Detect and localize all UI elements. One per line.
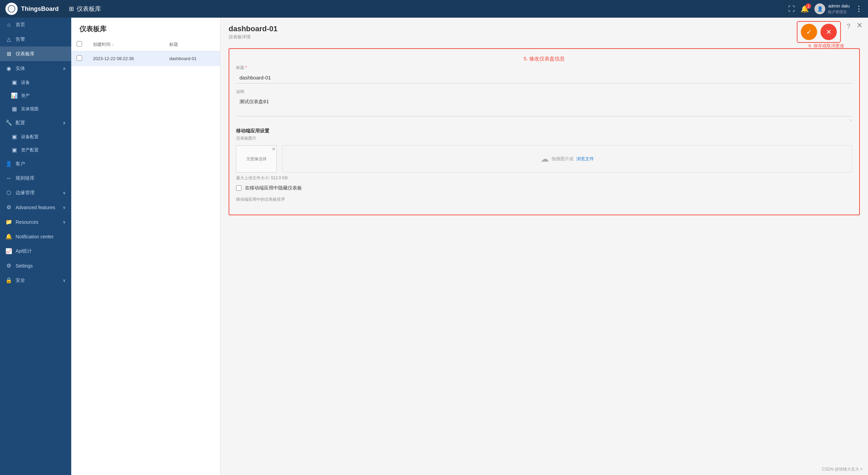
- sidebar-label-rule-chain: 规则链库: [16, 175, 35, 181]
- notification-sidebar-icon: 🔔: [5, 233, 12, 240]
- security-icon: 🔒: [5, 277, 12, 284]
- upload-icon: ☁: [541, 154, 549, 164]
- header-right: ⛶ 🔔 1 👤 admin dalu 租户管理员 ⋮: [788, 3, 863, 14]
- hide-dashboard-checkbox[interactable]: [236, 185, 242, 191]
- header-left: ThingsBoard ⊞ 仪表板库: [5, 3, 101, 15]
- user-name: admin dalu: [828, 3, 850, 9]
- cancel-button[interactable]: ✕: [821, 24, 837, 40]
- sidebar-sub-entity: ▣ 设备 📊 资产 ▦ 实体视图: [0, 76, 71, 115]
- sidebar-item-advanced[interactable]: ⚙ Advanced features ∨: [0, 200, 71, 215]
- select-all-checkbox[interactable]: [77, 41, 82, 47]
- notification-button[interactable]: 🔔 1: [801, 5, 809, 13]
- confirm-icon: ✓: [806, 28, 812, 36]
- sidebar-label-dashboard: 仪表板库: [16, 51, 35, 57]
- save-button[interactable]: ✓: [801, 24, 817, 40]
- content-area: 仪表板库 创建时间 ↓: [71, 18, 868, 475]
- avatar: 👤: [814, 3, 825, 14]
- sidebar-item-entity[interactable]: ◉ 实体 ∧: [0, 61, 71, 76]
- title-input[interactable]: [236, 72, 852, 84]
- hide-checkbox-label[interactable]: 在移动端应用中隐藏仪表板: [245, 185, 302, 191]
- desc-textarea[interactable]: 测试仪表盘01: [236, 96, 852, 116]
- sidebar-item-edge[interactable]: ⬡ 边缘管理 ∨: [0, 185, 71, 200]
- sidebar-item-device[interactable]: ▣ 设备: [5, 76, 71, 89]
- sidebar-item-customer[interactable]: 👤 客户: [0, 157, 71, 171]
- sidebar-label-asset: 资产: [21, 93, 30, 99]
- sidebar-label-customer: 客户: [16, 161, 25, 167]
- form-annotation: 5. 修改仪表盘信息: [236, 56, 852, 62]
- sidebar-label-notification: Notification center: [16, 234, 54, 239]
- header-checkbox-cell: [71, 38, 88, 51]
- help-button[interactable]: ?: [847, 22, 850, 30]
- browse-link[interactable]: 浏览文件: [576, 156, 594, 162]
- mobile-settings-section: 移动端应用设置 仪表板图片 无图像选择 ✕ ☁ 拖拽图片或 浏览文件: [236, 128, 852, 202]
- list-panel: 仪表板库 创建时间 ↓: [71, 18, 220, 475]
- sidebar-item-home[interactable]: ⌂ 首页: [0, 18, 71, 32]
- sidebar-item-device-config[interactable]: ▣ 设备配置: [5, 130, 71, 143]
- remove-image-button[interactable]: ✕: [272, 146, 276, 152]
- entity-icon: ◉: [5, 65, 12, 72]
- bottom-credit: CSDN @情绪大瓜大 ×: [822, 467, 863, 472]
- header-created-time[interactable]: 创建时间 ↓: [88, 38, 164, 51]
- upload-drop-zone[interactable]: ☁ 拖拽图片或 浏览文件: [282, 145, 852, 172]
- more-icon: ⋮: [855, 4, 863, 13]
- save-cancel-annotation: 6. 保存或取消更改: [809, 43, 844, 49]
- sidebar-label-asset-config: 资产配置: [21, 147, 39, 153]
- sidebar-item-asset[interactable]: 📊 资产: [5, 89, 71, 102]
- row-checkbox[interactable]: [77, 55, 82, 61]
- sort-label: 移动端应用中的仪表板排序: [236, 197, 852, 202]
- header-page-title: 仪表板库: [77, 5, 101, 13]
- rule-chain-icon: ↔: [5, 175, 12, 181]
- sidebar-label-security: 安全: [16, 277, 25, 284]
- user-details: admin dalu 租户管理员: [828, 3, 850, 14]
- upload-text: 拖拽图片或: [552, 156, 574, 162]
- device-icon: ▣: [11, 79, 18, 86]
- cancel-icon: ✕: [826, 28, 832, 36]
- hide-checkbox-row: 在移动端应用中隐藏仪表板: [236, 185, 852, 191]
- sidebar-label-api: Api统计: [16, 248, 32, 254]
- sidebar-item-asset-config[interactable]: ▣ 资产配置: [5, 143, 71, 157]
- fullscreen-button[interactable]: ⛶: [788, 5, 795, 13]
- table-row[interactable]: 2023-12-22 08:22:36 dashboard-01: [71, 51, 220, 66]
- sidebar-label-resources: Resources: [16, 219, 38, 225]
- table-header-row: 创建时间 ↓ 标题: [71, 38, 220, 51]
- header-title: 标题: [164, 38, 220, 51]
- avatar-icon: 👤: [817, 6, 823, 12]
- advanced-chevron: ∨: [63, 205, 66, 210]
- sidebar-item-notification[interactable]: 🔔 Notification center: [0, 229, 71, 244]
- dashboard-icon: ⊞: [5, 51, 12, 57]
- user-role: 租户管理员: [828, 10, 850, 15]
- settings-icon: ⚙: [5, 262, 12, 269]
- sidebar-item-api[interactable]: 📈 Api统计: [0, 244, 71, 258]
- sidebar-label-device: 设备: [21, 79, 30, 86]
- file-size-hint: 最大上传文件大小: 512.0 KB: [236, 175, 852, 181]
- desc-field-group: 说明 测试仪表盘01 ↘: [236, 89, 852, 123]
- sidebar-item-dashboard[interactable]: ⊞ 仪表板库: [0, 47, 71, 61]
- sidebar-item-entity-view[interactable]: ▦ 实体视图: [5, 102, 71, 115]
- sidebar-item-security[interactable]: 🔒 安全 ∨: [0, 273, 71, 288]
- created-time-label: 创建时间: [93, 42, 111, 47]
- page-title-header: ⊞ 仪表板库: [69, 5, 101, 13]
- sidebar-label-edge: 边缘管理: [16, 190, 35, 196]
- svg-point-1: [11, 8, 13, 10]
- detail-panel: dashboard-01 仪表板详情 ? ✕ ✓ ✕ 6. 保存或取消更改: [220, 18, 868, 475]
- sort-field-group: 移动端应用中的仪表板排序: [236, 197, 852, 202]
- row-title: dashboard-01: [164, 51, 220, 66]
- close-button[interactable]: ✕: [856, 21, 863, 30]
- detail-subtitle: 仪表板详情: [229, 34, 860, 40]
- sidebar-item-alarm[interactable]: △ 告警: [0, 32, 71, 47]
- sidebar-item-resources[interactable]: 📁 Resources ∨: [0, 215, 71, 229]
- fullscreen-icon: ⛶: [788, 5, 795, 13]
- title-label-text: 标题: [236, 65, 244, 70]
- sidebar-label-config: 配置: [16, 120, 25, 126]
- advanced-icon: ⚙: [5, 204, 12, 211]
- sidebar-item-config[interactable]: 🔧 配置 ∧: [0, 115, 71, 130]
- row-created-time: 2023-12-22 08:22:36: [88, 51, 164, 66]
- config-icon: 🔧: [5, 120, 12, 126]
- alarm-icon: △: [5, 36, 12, 42]
- config-chevron: ∧: [63, 121, 66, 125]
- sidebar-item-rule-chain[interactable]: ↔ 规则链库: [0, 171, 71, 185]
- user-info: 👤 admin dalu 租户管理员: [814, 3, 850, 14]
- more-menu-button[interactable]: ⋮: [855, 4, 863, 13]
- resize-handle: ↘: [236, 118, 852, 123]
- sidebar-item-settings[interactable]: ⚙ Settings: [0, 258, 71, 273]
